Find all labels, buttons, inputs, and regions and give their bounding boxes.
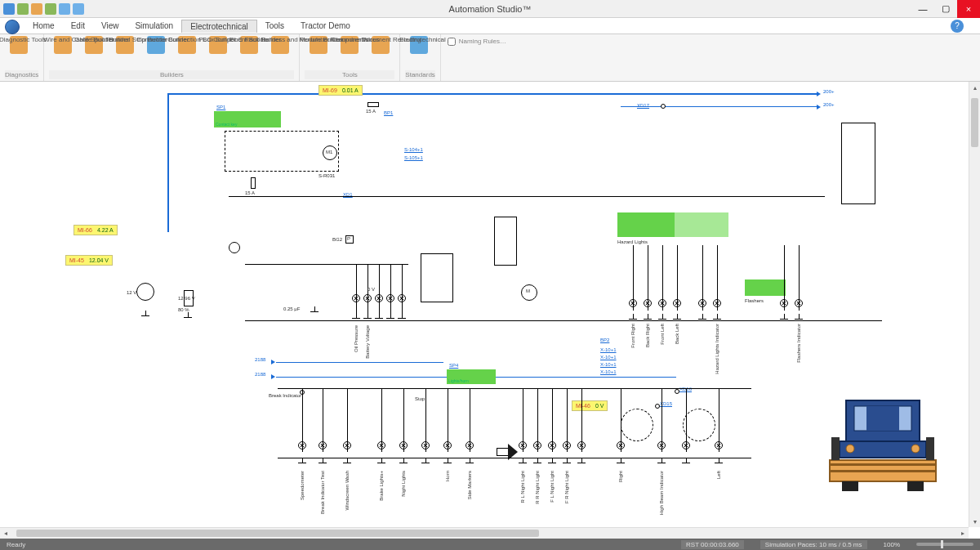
svg-rect-12 <box>907 481 924 491</box>
naming-rules-field[interactable]: Naming Rules… <box>441 34 513 81</box>
svg-rect-7 <box>830 463 936 466</box>
quick-access-toolbar <box>0 3 84 15</box>
qat-icon[interactable] <box>17 3 29 15</box>
component-caption: Break Indicator <box>269 393 301 398</box>
measurement-tag-mi45: MI-4512.04 V <box>65 255 113 266</box>
wire <box>276 362 443 363</box>
horn-symbol <box>497 448 508 456</box>
switch-sp3[interactable]: Hazard Lights <box>617 212 675 237</box>
diagnostic-tools-button[interactable]: Diagnostic Tools <box>5 36 33 54</box>
ribbon-group-standards: Electrotechnical Standards <box>400 34 440 81</box>
motor-label: M <box>526 288 530 293</box>
terminal-node <box>675 389 679 394</box>
title-bar: Automation Studio™ — ▢ × <box>0 0 980 18</box>
capacitor-label: 0.25 μF <box>283 306 300 311</box>
svg-point-5 <box>911 445 920 453</box>
tab-tools[interactable]: Tools <box>257 20 292 32</box>
scroll-up-button[interactable]: ▴ <box>969 82 980 93</box>
horizontal-scrollbar[interactable]: ◂ ▸ <box>0 527 969 539</box>
naming-rules-label: Naming Rules… <box>459 38 506 45</box>
scroll-left-button[interactable]: ◂ <box>0 528 11 539</box>
scroll-down-button[interactable]: ▾ <box>969 516 980 527</box>
ribbon-group-label: Tools <box>305 70 394 79</box>
component-box <box>494 217 517 266</box>
ribbon: Diagnostic Tools Diagnostics Wire and Ca… <box>0 34 980 82</box>
connection-box-builder-button[interactable]: Connection Box Builder <box>173 36 201 54</box>
minimize-button[interactable]: — <box>911 0 934 18</box>
fuse <box>251 177 256 189</box>
qat-icon[interactable] <box>31 3 42 15</box>
tab-home[interactable]: Home <box>24 20 63 32</box>
ground-symbol <box>310 306 318 312</box>
horn-cone-icon <box>508 444 518 460</box>
renumber-components-button[interactable]: Renumber Components <box>305 36 332 54</box>
qat-icon[interactable] <box>45 3 56 15</box>
status-zoom: 100% <box>884 541 900 548</box>
fuse-label: 15 A <box>366 109 376 114</box>
document-rerouting-button[interactable]: Document Rerouting <box>367 36 394 54</box>
tab-view[interactable]: View <box>93 20 127 32</box>
ground-symbol <box>184 312 192 318</box>
qat-undo-icon[interactable] <box>59 3 70 15</box>
switch-caption: Hazard Lights <box>617 239 648 244</box>
plc-component-builder-button[interactable]: PLC Component Builder <box>204 36 232 54</box>
page-ref-arrow-icon <box>817 92 821 96</box>
wire <box>229 196 825 197</box>
page-ref: 2188 <box>255 357 265 362</box>
close-button[interactable]: × <box>957 0 980 18</box>
scroll-right-button[interactable]: ▸ <box>957 528 969 539</box>
switch-sp3-ext[interactable] <box>675 212 728 237</box>
tab-simulation[interactable]: Simulation <box>127 20 181 32</box>
wire <box>167 93 169 232</box>
source-symbol <box>136 283 154 301</box>
app-title: Automation Studio™ <box>449 4 532 14</box>
menu-bar: Home Edit View Simulation Electrotechnic… <box>0 18 980 34</box>
harness-module-builder-button[interactable]: Harness and Module Builder <box>266 36 294 54</box>
component-ref: X-10+1 <box>600 362 617 367</box>
switch-sp5[interactable]: Flashers <box>745 279 786 296</box>
cable-builder-button[interactable]: Cable Builder <box>80 36 108 54</box>
component-ref: BP1 <box>384 110 393 115</box>
svg-point-4 <box>846 445 854 453</box>
workspace: 200+ 200+ MI-690.01 A Contact key SP1 15… <box>0 82 980 539</box>
scroll-thumb[interactable] <box>971 98 978 147</box>
switch-sp4[interactable]: Lights/horn <box>447 369 496 384</box>
terminal-node <box>655 404 660 409</box>
wire <box>245 320 882 321</box>
page-ref-arrow-icon <box>271 360 275 364</box>
qat-redo-icon[interactable] <box>73 3 84 15</box>
maximize-button[interactable]: ▢ <box>934 0 957 18</box>
scroll-thumb[interactable] <box>16 530 539 537</box>
electrotechnical-standards-button[interactable]: Electrotechnical <box>405 36 433 54</box>
wire-cable-spool-builder-button[interactable]: Wire and Cable Spool Builder <box>49 36 77 54</box>
schematic-canvas[interactable]: 200+ 200+ MI-690.01 A Contact key SP1 15… <box>0 82 969 527</box>
page-ref: 2188 <box>255 372 265 377</box>
wire <box>167 93 817 95</box>
component-ref: X-10+1 <box>600 347 617 352</box>
wire <box>245 264 408 265</box>
plc-rack-builder-button[interactable]: PLC Rack Builder <box>235 36 263 54</box>
measurement-tag-mi69: MI-690.01 A <box>318 85 363 96</box>
naming-rules-checkbox[interactable] <box>448 38 456 46</box>
ribbon-group-builders: Wire and Cable Spool Builder Cable Build… <box>44 34 300 81</box>
tab-electrotechnical[interactable]: Electrotechnical <box>181 20 257 33</box>
app-logo-icon[interactable] <box>5 20 20 34</box>
window-controls: — ▢ × <box>911 0 980 18</box>
component-ref: X-10+1 <box>600 369 617 374</box>
help-button[interactable]: ? <box>951 20 964 33</box>
tab-edit[interactable]: Edit <box>63 20 93 32</box>
zoom-slider[interactable] <box>916 543 973 546</box>
switch-sp1[interactable]: Contact key <box>214 111 281 127</box>
component-ref: S-105+1 <box>404 155 423 160</box>
status-paces: Simulation Paces: 10 ms / 0.5 ms <box>760 540 867 549</box>
vertical-scrollbar[interactable]: ▴ ▾ <box>969 82 980 527</box>
component-box <box>225 131 339 172</box>
renumber-wires-button[interactable]: Renumber Wires <box>336 36 363 54</box>
terminal-ref: XD17 <box>637 103 649 108</box>
connector-builder-button[interactable]: Connector Builder <box>142 36 170 54</box>
terminal-strip-builder-button[interactable]: Terminal Strip Builder <box>111 36 139 54</box>
page-ref: 200+ <box>823 102 835 107</box>
tab-tractor-demo[interactable]: Tractor Demo <box>292 20 359 32</box>
measurement-tag-mi46: MI-460 V <box>572 400 608 411</box>
qat-icon[interactable] <box>3 3 15 15</box>
